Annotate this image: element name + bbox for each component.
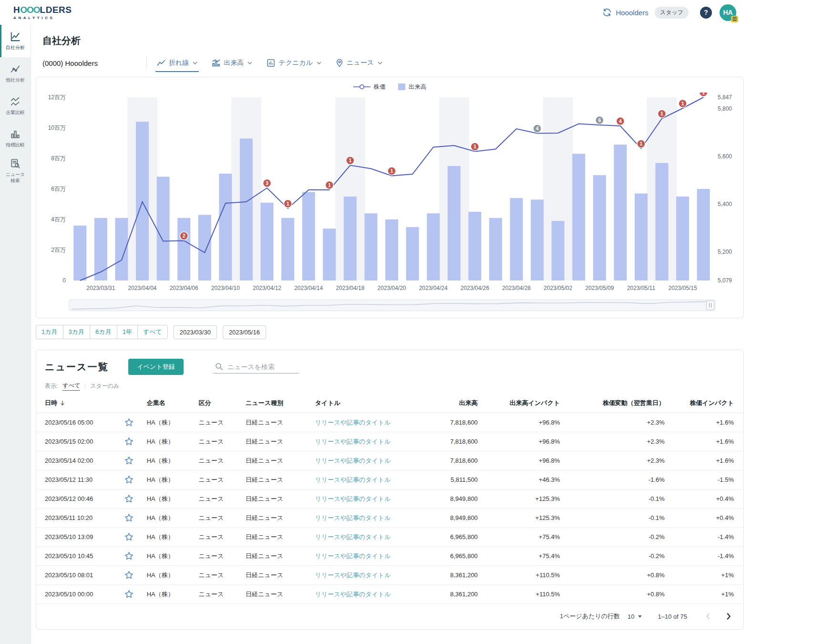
star-toggle[interactable]	[121, 509, 143, 528]
news-volume-impact: +110.5%	[482, 585, 564, 604]
svg-text:1: 1	[640, 141, 643, 146]
news-search-box	[213, 360, 299, 374]
rows-per-page-select[interactable]: 10	[628, 613, 641, 620]
svg-text:0: 0	[62, 277, 66, 284]
svg-text:2023/03/31: 2023/03/31	[86, 285, 115, 291]
help-button[interactable]: ?	[700, 7, 712, 19]
svg-text:3: 3	[266, 180, 268, 186]
range-button-1m[interactable]: 1カ月	[36, 325, 63, 339]
volume-swatch	[398, 83, 405, 90]
news-type: 日経ニュース	[242, 547, 311, 566]
news-title-link[interactable]: リリースや記事のタイトル	[315, 571, 391, 579]
date-to-field[interactable]: 2023/05/16	[223, 325, 266, 339]
star-toggle[interactable]	[121, 413, 143, 432]
col-company[interactable]: 企業名	[143, 394, 195, 413]
col-volume-impact[interactable]: 出来高インパクト	[482, 394, 564, 413]
page-title: 自社分析	[42, 34, 744, 47]
news-title-link[interactable]: リリースや記事のタイトル	[315, 476, 391, 483]
news-category: ニュース	[195, 585, 242, 604]
news-company: HA（株）	[143, 547, 195, 566]
col-volume[interactable]: 出来高	[423, 394, 482, 413]
svg-text:1: 1	[660, 111, 663, 116]
star-toggle[interactable]	[121, 451, 143, 470]
star-toggle[interactable]	[121, 470, 143, 489]
news-title-link[interactable]: リリースや記事のタイトル	[315, 533, 391, 540]
filter-label: 表示:	[45, 382, 58, 390]
news-type: 日経ニュース	[242, 509, 311, 528]
news-price-impact: -1.4%	[669, 528, 743, 547]
news-type: 日経ニュース	[242, 432, 311, 451]
col-datetime[interactable]: 日時	[36, 394, 121, 413]
sidebar-item-news-search[interactable]: ニュース検索	[0, 155, 31, 187]
star-toggle[interactable]	[121, 547, 143, 566]
news-title-link[interactable]: リリースや記事のタイトル	[315, 495, 391, 502]
next-page-button[interactable]	[724, 612, 733, 621]
col-category[interactable]: 区分	[195, 394, 242, 413]
app-logo[interactable]: HOOOLDERS ANALYTICS	[13, 5, 72, 20]
star-icon	[124, 418, 134, 427]
col-news-type[interactable]: ニュース種別	[242, 394, 311, 413]
col-price-impact[interactable]: 株価インパクト	[669, 394, 743, 413]
news-title-link[interactable]: リリースや記事のタイトル	[315, 438, 391, 445]
news-category: ニュース	[195, 470, 242, 489]
sidebar-item-company-comparison[interactable]: 企業比較	[0, 90, 31, 122]
chart-range-slider[interactable]	[69, 300, 715, 311]
col-price-change[interactable]: 株価変動（翌営業日）	[564, 394, 669, 413]
org-name[interactable]: Hooolders	[616, 9, 649, 17]
svg-text:2023/05/09: 2023/05/09	[585, 285, 614, 291]
news-overlay-button[interactable]: ニュース	[329, 55, 390, 71]
register-event-button[interactable]: イベント登録	[128, 359, 183, 375]
news-company: HA（株）	[143, 566, 195, 585]
filter-all[interactable]: すべて	[62, 382, 80, 391]
avatar[interactable]: HA	[720, 4, 736, 21]
star-toggle[interactable]	[121, 566, 143, 585]
range-button-1y[interactable]: 1年	[117, 325, 138, 339]
news-title-link[interactable]: リリースや記事のタイトル	[315, 457, 391, 464]
filter-starred-only[interactable]: スターのみ	[90, 382, 119, 390]
sidebar-item-indicator-comparison[interactable]: 指標比較	[0, 122, 31, 155]
news-price-change: +0.8%	[564, 585, 669, 604]
svg-text:5,400: 5,400	[718, 201, 732, 208]
news-search-input[interactable]	[227, 363, 297, 371]
col-title[interactable]: タイトル	[311, 394, 423, 413]
star-toggle[interactable]	[121, 489, 143, 509]
news-volume: 6,965,800	[423, 547, 482, 566]
news-price-change: -0.1%	[564, 489, 669, 509]
ticker-select[interactable]: (0000) Hooolders	[42, 59, 146, 67]
range-button-6m[interactable]: 6カ月	[90, 325, 117, 339]
sidebar-item-peer-analysis[interactable]: 他社分析	[0, 57, 31, 90]
volume-overlay-button[interactable]: 出来高	[205, 55, 259, 71]
star-toggle[interactable]	[121, 585, 143, 604]
news-row: 2023/05/10 08:01 HA（株） ニュース 日経ニュース リリースや…	[36, 566, 743, 585]
star-icon	[124, 494, 134, 503]
star-toggle[interactable]	[121, 528, 143, 547]
news-title-link[interactable]: リリースや記事のタイトル	[315, 419, 391, 426]
news-title-link[interactable]: リリースや記事のタイトル	[315, 591, 391, 598]
range-button-all[interactable]: すべて	[137, 325, 168, 339]
map-pin-icon	[336, 59, 343, 67]
news-datetime: 2023/05/14 02:00	[36, 451, 121, 470]
news-category: ニュース	[195, 489, 242, 509]
news-title-link[interactable]: リリースや記事のタイトル	[315, 514, 391, 521]
svg-text:4: 4	[536, 125, 539, 131]
news-row: 2023/05/12 11:30 HA（株） ニュース 日経ニュース リリースや…	[36, 470, 743, 489]
news-list-card: ニュース一覧 イベント登録 表示: すべて スターのみ 日時 企業名	[36, 350, 744, 630]
date-from-field[interactable]: 2023/03/30	[174, 325, 217, 339]
svg-text:2023/05/02: 2023/05/02	[544, 285, 572, 291]
technical-indicator-button[interactable]: テクニカル	[259, 55, 329, 71]
news-row: 2023/05/14 02:00 HA（株） ニュース 日経ニュース リリースや…	[36, 451, 743, 470]
news-title-link[interactable]: リリースや記事のタイトル	[315, 552, 391, 560]
news-row: 2023/05/11 10:20 HA（株） ニュース 日経ニュース リリースや…	[36, 509, 743, 528]
slider-handle[interactable]	[706, 301, 714, 310]
sync-icon[interactable]	[602, 8, 612, 17]
chart-type-line-button[interactable]: 折れ線	[150, 55, 205, 71]
bar-chart-icon	[10, 129, 21, 139]
news-table-header-row: 日時 企業名 区分 ニュース種別 タイトル 出来高 出来高インパクト 株価変動（…	[36, 394, 743, 413]
news-price-impact: +1.6%	[669, 432, 743, 451]
news-company: HA（株）	[143, 413, 195, 432]
price-volume-chart[interactable]: 12百万10百万8百万6百万4百万2百万05,8475,8005,6005,40…	[36, 93, 743, 296]
prev-page-button[interactable]	[704, 613, 712, 620]
star-toggle[interactable]	[121, 432, 143, 451]
sidebar-item-own-company-analysis[interactable]: 自社分析	[0, 25, 31, 57]
range-button-3m[interactable]: 3カ月	[63, 325, 91, 339]
